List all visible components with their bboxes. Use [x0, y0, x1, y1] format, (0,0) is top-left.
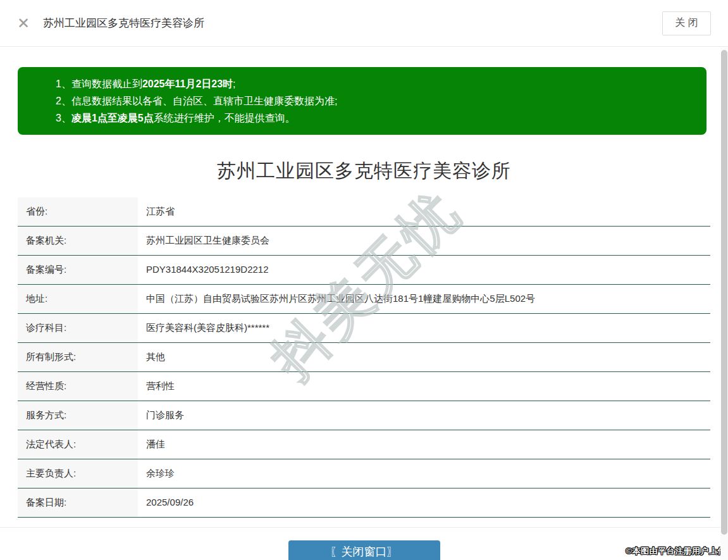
notice-text: 3、 — [56, 113, 71, 123]
field-label: 服务方式: — [18, 401, 138, 430]
header-close-button[interactable]: 关 闭 — [662, 11, 711, 35]
table-row: 诊疗科目: 医疗美容科(美容皮肤科)****** — [18, 314, 710, 343]
table-row: 地址: 中国（江苏）自由贸易试验区苏州片区苏州工业园区八达街181号1幢建屋购物… — [18, 285, 710, 314]
field-label: 地址: — [18, 285, 138, 313]
table-row: 法定代表人: 潘佳 — [18, 430, 710, 459]
field-label: 经营性质: — [18, 372, 138, 401]
table-row: 服务方式: 门诊服务 — [18, 401, 710, 430]
scrollbar-thumb[interactable] — [721, 50, 727, 535]
field-value: 中国（江苏）自由贸易试验区苏州片区苏州工业园区八达街181号1幢建屋购物中心5层… — [138, 285, 710, 313]
table-row: 备案编号: PDY31844X32051219D2212 — [18, 256, 710, 285]
field-value: 苏州工业园区卫生健康委员会 — [138, 227, 710, 255]
close-window-button[interactable]: 〖关闭窗口〗 — [288, 540, 440, 560]
field-value: 营利性 — [138, 372, 710, 401]
field-value: 江苏省 — [138, 197, 710, 226]
table-row: 所有制形式: 其他 — [18, 343, 710, 372]
field-label: 法定代表人: — [18, 430, 138, 459]
table-row: 省份: 江苏省 — [18, 197, 710, 227]
table-row: 备案机关: 苏州工业园区卫生健康委员会 — [18, 227, 710, 256]
table-row: 经营性质: 营利性 — [18, 372, 710, 401]
table-row: 备案日期: 2025/09/26 — [18, 488, 710, 518]
page-title: 苏州工业园区多克特医疗美容诊所 — [18, 158, 710, 184]
field-label: 主要负责人: — [18, 459, 138, 488]
scrollbar[interactable] — [720, 47, 728, 560]
notice-line: 3、凌晨1点至凌晨5点系统进行维护，不能提供查询。 — [56, 109, 694, 127]
upload-disclaimer: ©本图由平台注册用户上传 — [626, 545, 726, 557]
field-value: 门诊服务 — [138, 401, 710, 430]
field-label: 备案编号: — [18, 256, 138, 284]
field-label: 备案日期: — [18, 488, 138, 517]
field-value: 潘佳 — [138, 430, 710, 459]
notice-text: 系统进行维护，不能提供查询。 — [154, 113, 295, 123]
notice-text: ; — [233, 78, 235, 89]
field-label: 省份: — [18, 197, 138, 226]
field-value: 医疗美容科(美容皮肤科)****** — [138, 314, 710, 342]
field-label: 备案机关: — [18, 227, 138, 255]
field-value: PDY31844X32051219D2212 — [138, 256, 710, 284]
close-icon[interactable]: ✕ — [17, 16, 30, 31]
notice-text: 1、查询数据截止到 — [56, 78, 142, 89]
notice-bold-text: 凌晨1点至凌晨5点 — [71, 113, 154, 123]
field-value: 余珍珍 — [138, 459, 710, 488]
notice-bold-text: 2025年11月2日23时 — [142, 78, 233, 89]
notice-banner: 1、查询数据截止到2025年11月2日23时; 2、信息数据结果以各省、自治区、… — [18, 67, 706, 135]
field-value: 其他 — [138, 343, 710, 371]
field-label: 所有制形式: — [18, 343, 138, 371]
notice-text: 2、信息数据结果以各省、自治区、直辖市卫生健康委数据为准; — [56, 96, 337, 106]
field-label: 诊疗科目: — [18, 314, 138, 342]
notice-line: 1、查询数据截止到2025年11月2日23时; — [56, 75, 694, 92]
info-table: 省份: 江苏省 备案机关: 苏州工业园区卫生健康委员会 备案编号: PDY318… — [18, 197, 710, 518]
table-row: 主要负责人: 余珍珍 — [18, 459, 710, 488]
main-content: 1、查询数据截止到2025年11月2日23时; 2、信息数据结果以各省、自治区、… — [0, 67, 728, 560]
window-title: 苏州工业园区多克特医疗美容诊所 — [43, 16, 662, 30]
notice-line: 2、信息数据结果以各省、自治区、直辖市卫生健康委数据为准; — [56, 92, 694, 109]
window-header: ✕ 苏州工业园区多克特医疗美容诊所 关 闭 — [0, 0, 728, 47]
button-bar: 〖关闭窗口〗 — [18, 528, 710, 560]
field-value: 2025/09/26 — [138, 488, 710, 517]
